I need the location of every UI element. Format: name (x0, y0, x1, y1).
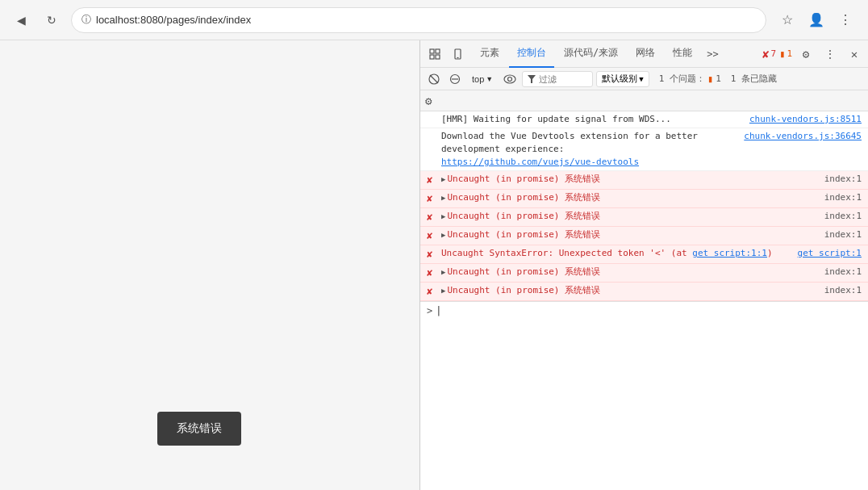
address-bar[interactable]: ⓘ localhost:8080/pages/index/index (71, 7, 766, 33)
log-text: Uncaught SyntaxError: Unexpected token '… (441, 247, 791, 260)
log-source: index:1 (818, 266, 862, 279)
profile-button[interactable]: 👤 (803, 7, 829, 33)
log-entry-error[interactable]: ✘ ▶Uncaught (in promise) 系统错误 index:1 (420, 283, 868, 301)
issues-badge: 1 个问题： ▮ 1 (659, 73, 721, 85)
devtools-close-button[interactable]: ✕ (844, 44, 865, 65)
context-dropdown[interactable]: top ▼ (467, 73, 498, 86)
svg-line-7 (430, 75, 438, 83)
console-settings-gear[interactable]: ⚙ (425, 94, 432, 107)
log-text: Download the Vue Devtools extension for … (441, 130, 737, 169)
devtools-menu-button[interactable]: ⋮ (820, 44, 841, 65)
log-text: ▶Uncaught (in promise) 系统错误 (441, 210, 818, 223)
tab-performance[interactable]: 性能 (665, 40, 700, 68)
svg-rect-0 (430, 49, 434, 53)
console-cursor: | (436, 305, 441, 316)
devtools-device-icon[interactable] (448, 43, 470, 65)
eye-button[interactable] (501, 70, 519, 88)
menu-button[interactable]: ⋮ (833, 7, 858, 33)
devtools-tab-bar: 元素 控制台 源代码/来源 网络 性能 >> ✘ 7 ▮ (420, 40, 868, 68)
browser-toolbar: ◀ ↻ ⓘ localhost:8080/pages/index/index ☆… (0, 0, 868, 40)
tab-elements[interactable]: 元素 (472, 40, 507, 68)
log-source: index:1 (818, 173, 862, 186)
log-entry: [HMR] Waiting for update signal from WDS… (420, 111, 868, 128)
console-input-row: > | (420, 301, 868, 319)
log-source: index:1 (818, 228, 862, 241)
console-settings-row: ⚙ (420, 90, 868, 111)
log-entry: Download the Vue Devtools extension for … (420, 128, 868, 171)
error-icon: ✘ (427, 249, 432, 260)
syntax-error-link[interactable]: get script:1:1 (692, 248, 767, 258)
hidden-badge: 1 条已隐藏 (731, 73, 777, 85)
svg-rect-3 (436, 55, 440, 59)
svg-rect-2 (430, 55, 434, 59)
error-icon: ✘ (427, 286, 432, 297)
error-icon: ✘ (427, 193, 432, 204)
log-source: index:1 (818, 210, 862, 223)
error-icon: ✘ (427, 230, 432, 241)
log-text: ▶Uncaught (in promise) 系统错误 (441, 228, 818, 241)
page-content: 系统错误 (0, 40, 419, 490)
warn-count-badge: ▮ 1 (779, 48, 792, 60)
devtools-tab-actions: ✘ 7 ▮ 1 ⚙ ⋮ ✕ (762, 44, 865, 65)
error-x-icon: ✘ (762, 48, 769, 61)
filter-icon (528, 75, 536, 83)
console-prompt: > (427, 305, 432, 316)
block-icon[interactable] (446, 70, 464, 88)
filter-input[interactable] (539, 74, 587, 84)
svg-point-10 (504, 75, 515, 83)
log-text: ▶Uncaught (in promise) 系统错误 (441, 173, 818, 186)
system-error-button[interactable]: 系统错误 (157, 412, 241, 446)
error-icon: ✘ (427, 211, 432, 223)
log-entry-error[interactable]: ✘ ▶Uncaught (in promise) 系统错误 index:1 (420, 171, 868, 190)
log-entry-error[interactable]: ✘ ▶Uncaught (in promise) 系统错误 index:1 (420, 190, 868, 208)
log-entry-syntax-error[interactable]: ✘ Uncaught SyntaxError: Unexpected token… (420, 245, 868, 264)
reload-button[interactable]: ↻ (40, 9, 63, 31)
error-count-badge: ✘ 7 (762, 48, 776, 61)
tab-more[interactable]: >> (702, 45, 723, 63)
svg-rect-1 (436, 49, 440, 53)
error-icon: ✘ (427, 174, 432, 186)
svg-marker-12 (528, 75, 536, 83)
filter-input-area[interactable] (522, 71, 593, 87)
log-text: ▶Uncaught (in promise) 系统错误 (441, 284, 818, 297)
console-log-area: [HMR] Waiting for update signal from WDS… (420, 111, 868, 490)
devtools-settings-button[interactable]: ⚙ (795, 44, 816, 65)
devtools-panel: 元素 控制台 源代码/来源 网络 性能 >> ✘ 7 ▮ (419, 40, 868, 490)
log-source-link[interactable]: chunk-vendors.js:8511 (743, 113, 862, 126)
vue-devtools-link[interactable]: https://github.com/vuejs/vue-devtools (441, 157, 639, 167)
tab-sources[interactable]: 源代码/来源 (556, 40, 626, 68)
log-text: ▶Uncaught (in promise) 系统错误 (441, 191, 818, 204)
bookmark-button[interactable]: ☆ (774, 7, 800, 33)
log-text: [HMR] Waiting for update signal from WDS… (441, 113, 743, 126)
log-entry-error[interactable]: ✘ ▶Uncaught (in promise) 系统错误 index:1 (420, 227, 868, 245)
log-source-link[interactable]: get script:1 (791, 247, 862, 260)
log-source-link[interactable]: chunk-vendors.js:36645 (737, 130, 862, 143)
warn-icon: ▮ (779, 48, 785, 60)
log-source: index:1 (818, 284, 862, 297)
log-source: index:1 (818, 191, 862, 204)
issues-warn-icon: ▮ (707, 73, 713, 85)
main-area: 系统错误 元素 控制台 (0, 40, 868, 490)
console-toolbar: top ▼ 默认级别 ▼ 1 个问题： ▮ (420, 68, 868, 90)
url-text: localhost:8080/pages/index/index (96, 14, 251, 26)
log-entry-error[interactable]: ✘ ▶Uncaught (in promise) 系统错误 index:1 (420, 264, 868, 283)
svg-point-11 (508, 77, 512, 81)
log-entry-error[interactable]: ✘ ▶Uncaught (in promise) 系统错误 index:1 (420, 208, 868, 227)
devtools-inspect-icon[interactable] (424, 43, 446, 65)
secure-icon: ⓘ (81, 13, 91, 27)
tab-network[interactable]: 网络 (628, 40, 663, 68)
tab-console[interactable]: 控制台 (509, 40, 554, 68)
log-level-dropdown[interactable]: 默认级别 ▼ (596, 71, 649, 87)
clear-console-button[interactable] (425, 70, 443, 88)
log-text: ▶Uncaught (in promise) 系统错误 (441, 266, 818, 279)
error-icon: ✘ (427, 267, 432, 279)
back-button[interactable]: ◀ (10, 9, 32, 31)
browser-actions: ☆ 👤 ⋮ (774, 7, 858, 33)
